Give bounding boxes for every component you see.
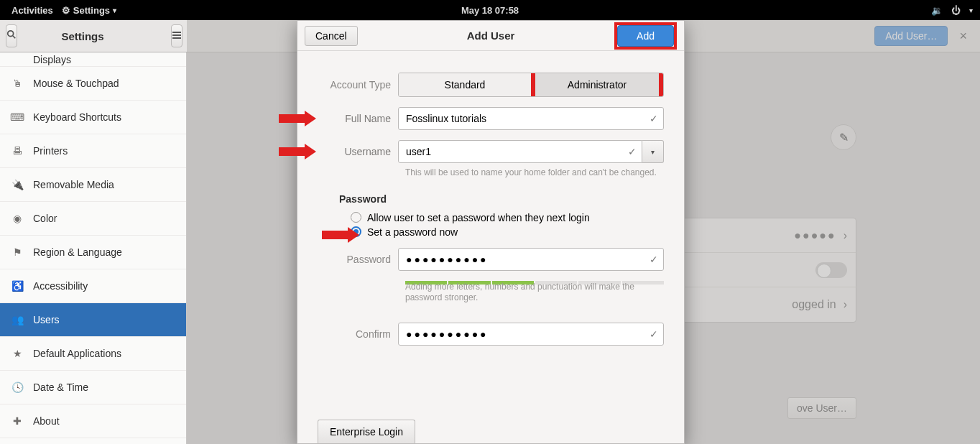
sidebar-item-region[interactable]: ⚑Region & Language [0, 236, 186, 269]
flag-icon: ⚑ [11, 246, 23, 258]
sidebar-item-label: Users [33, 314, 60, 325]
sidebar-item-about[interactable]: ✚About [0, 404, 186, 438]
sidebar-item-label: Displays [33, 54, 71, 65]
check-icon: ✓ [650, 113, 658, 124]
standard-option[interactable]: Standard [399, 73, 531, 96]
sidebar-item-keyboard[interactable]: ⌨Keyboard Shortcuts [0, 101, 186, 134]
settings-sidebar: Displays 🖱Mouse & Touchpad ⌨Keyboard Sho… [0, 52, 187, 444]
username-input[interactable] [398, 140, 642, 163]
sidebar-item-label: Region & Language [33, 246, 122, 258]
clock[interactable]: May 18 07:58 [461, 5, 519, 16]
volume-icon[interactable]: 🔉 [931, 5, 943, 16]
sidebar-item-mouse[interactable]: 🖱Mouse & Touchpad [0, 67, 186, 101]
users-icon: 👥 [11, 314, 23, 325]
password-input[interactable] [398, 248, 664, 271]
sidebar-item-date-time[interactable]: 🕓Date & Time [0, 371, 186, 404]
sidebar-item-accessibility[interactable]: ♿Accessibility [0, 269, 186, 303]
sidebar-item-label: Removable Media [33, 179, 114, 190]
chevron-down-icon: ▾ [113, 6, 116, 14]
sidebar-item-label: Keyboard Shortcuts [33, 111, 121, 123]
account-type-label: Account Type [318, 79, 398, 91]
administrator-option[interactable]: Administrator [531, 73, 663, 96]
radio-icon [351, 226, 361, 237]
sidebar-item-label: About [33, 415, 60, 427]
check-icon: ✓ [650, 328, 658, 340]
account-type-toggle: Standard Administrator [398, 73, 664, 97]
radio-icon [351, 212, 361, 223]
radio-set-now[interactable]: Set a password now [351, 226, 664, 238]
clock-icon: 🕓 [11, 381, 23, 393]
sidebar-item-printers[interactable]: 🖶Printers [0, 134, 186, 168]
full-name-input[interactable] [398, 107, 664, 130]
sidebar-item-removable[interactable]: 🔌Removable Media [0, 168, 186, 202]
app-menu-label: Settings [73, 5, 110, 16]
check-icon: ✓ [628, 146, 637, 157]
sidebar-item-label: Accessibility [33, 280, 88, 292]
password-section-header: Password [339, 193, 664, 205]
accessibility-icon: ♿ [11, 280, 23, 292]
sidebar-item-color[interactable]: ◉Color [0, 202, 186, 236]
cancel-button[interactable]: Cancel [305, 26, 358, 46]
gnome-topbar: Activities ⚙ Settings ▾ May 18 07:58 🔉 ⏻… [0, 0, 980, 20]
confirm-label: Confirm [318, 328, 398, 340]
chevron-down-icon: ▾ [651, 148, 655, 156]
add-user-dialog: Cancel Add User Add Account Type Standar… [297, 20, 685, 444]
printer-icon: 🖶 [11, 145, 23, 157]
star-icon: ★ [11, 348, 23, 359]
system-menu-chevron-icon[interactable]: ▾ [969, 6, 973, 14]
hamburger-icon [172, 29, 182, 42]
keyboard-icon: ⌨ [11, 111, 23, 123]
settings-title: Settings [0, 30, 165, 42]
full-name-label: Full Name [318, 113, 398, 124]
radio-label: Allow user to set a password when they n… [367, 212, 590, 223]
sidebar-item-displays[interactable]: Displays [0, 52, 186, 67]
check-icon: ✓ [650, 254, 658, 265]
dialog-title: Add User [467, 29, 515, 42]
sidebar-item-users[interactable]: 👥Users [0, 303, 186, 337]
radio-label: Set a password now [367, 226, 458, 238]
sidebar-item-label: Printers [33, 145, 68, 157]
activities-button[interactable]: Activities [7, 5, 57, 16]
radio-set-later[interactable]: Allow user to set a password when they n… [351, 212, 664, 223]
usb-icon: 🔌 [11, 179, 23, 190]
sidebar-item-label: Default Applications [33, 348, 121, 359]
username-label: Username [318, 146, 398, 157]
gear-icon: ⚙ [62, 5, 70, 16]
enterprise-login-button[interactable]: Enterprise Login [318, 420, 415, 443]
color-icon: ◉ [11, 213, 23, 224]
add-button[interactable]: Add [617, 25, 674, 47]
sidebar-item-default-apps[interactable]: ★Default Applications [0, 337, 186, 371]
sidebar-item-label: Mouse & Touchpad [33, 78, 119, 89]
password-label: Password [318, 254, 398, 265]
sidebar-item-label: Color [33, 213, 57, 224]
power-icon[interactable]: ⏻ [951, 5, 961, 16]
app-menu[interactable]: ⚙ Settings ▾ [57, 5, 121, 16]
mouse-icon: 🖱 [11, 78, 23, 89]
sidebar-item-label: Date & Time [33, 381, 88, 393]
plus-icon: ✚ [11, 415, 23, 427]
confirm-input[interactable] [398, 323, 664, 346]
username-hint: This will be used to name your home fold… [405, 167, 664, 179]
password-hint: Adding more letters, numbers and punctua… [405, 282, 664, 304]
dialog-header: Cancel Add User Add [297, 21, 684, 51]
username-dropdown[interactable]: ▾ [642, 140, 664, 163]
hamburger-button[interactable] [171, 24, 182, 47]
